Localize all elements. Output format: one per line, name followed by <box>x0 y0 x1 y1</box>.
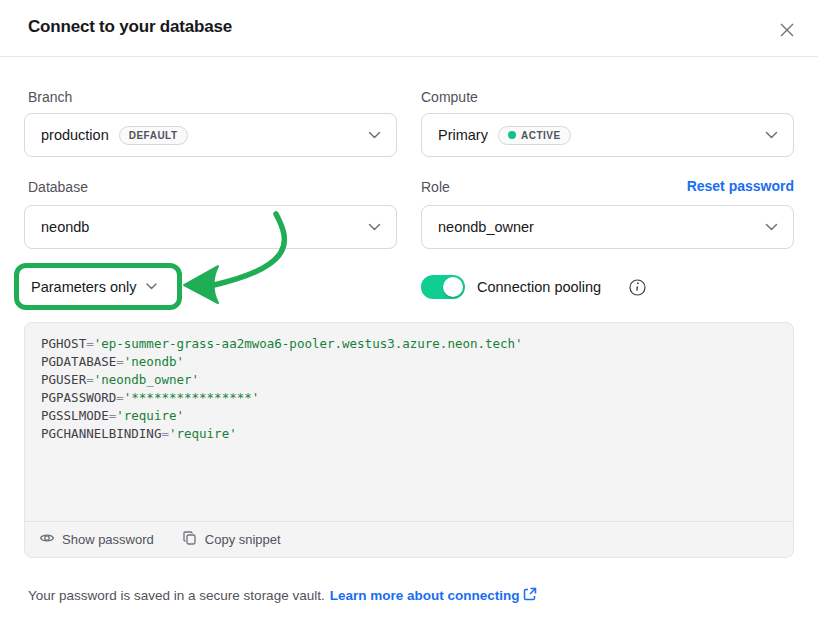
branch-select[interactable]: production DEFAULT <box>24 113 397 157</box>
database-select[interactable]: neondb <box>24 205 397 249</box>
chevron-down-icon <box>368 223 381 231</box>
connection-snippet-box: PGHOST='ep-summer-grass-aa2mwoa6-pooler.… <box>24 322 794 558</box>
compute-select[interactable]: Primary ACTIVE <box>421 113 794 157</box>
learn-more-link[interactable]: Learn more about connecting <box>330 587 538 604</box>
branch-label: Branch <box>28 89 72 105</box>
chevron-down-icon <box>368 131 381 139</box>
active-badge: ACTIVE <box>498 126 571 145</box>
branch-value: production <box>41 127 109 143</box>
connect-database-dialog: Connect to your database Branch Compute … <box>0 0 818 628</box>
close-button[interactable] <box>775 19 799 43</box>
eye-icon <box>39 530 55 549</box>
active-status-dot <box>508 131 516 139</box>
snippet-format-select[interactable]: Parameters only <box>14 263 182 310</box>
connection-snippet-code[interactable]: PGHOST='ep-summer-grass-aa2mwoa6-pooler.… <box>25 323 793 443</box>
snippet-toolbar: Show password Copy snippet <box>25 521 793 557</box>
role-value: neondb_owner <box>438 219 534 235</box>
connection-pooling-toggle[interactable] <box>421 275 465 299</box>
database-value: neondb <box>41 219 89 235</box>
close-icon <box>778 21 796 42</box>
copy-icon <box>182 530 198 549</box>
chevron-down-icon <box>765 223 778 231</box>
copy-snippet-button[interactable]: Copy snippet <box>182 530 281 549</box>
role-label: Role <box>421 179 450 195</box>
compute-label: Compute <box>421 89 478 105</box>
compute-value: Primary <box>438 127 488 143</box>
reset-password-link[interactable]: Reset password <box>687 178 794 194</box>
dialog-title: Connect to your database <box>28 17 232 37</box>
role-select[interactable]: neondb_owner <box>421 205 794 249</box>
connection-pooling-label: Connection pooling <box>477 279 601 295</box>
chevron-down-icon <box>765 131 778 139</box>
default-badge: DEFAULT <box>119 126 188 145</box>
chevron-down-icon <box>146 283 157 290</box>
password-vault-text: Your password is saved in a secure stora… <box>28 588 325 603</box>
info-icon[interactable] <box>629 279 646 296</box>
header-divider <box>0 56 818 57</box>
toggle-knob <box>443 277 463 297</box>
password-vault-note: Your password is saved in a secure stora… <box>28 587 537 604</box>
external-link-icon <box>523 587 537 604</box>
show-password-button[interactable]: Show password <box>39 530 154 549</box>
database-label: Database <box>28 179 88 195</box>
snippet-format-value: Parameters only <box>31 279 137 295</box>
